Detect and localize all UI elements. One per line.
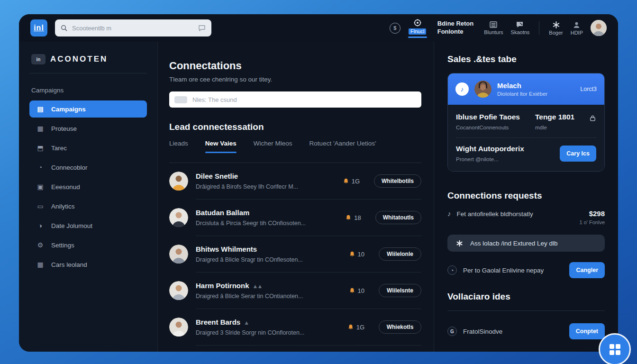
person-icon <box>573 21 581 29</box>
action-col: Wight Autoporderix Pronert @nilote... <box>456 145 524 162</box>
cary-ics-button[interactable]: Cary Ics <box>560 146 596 162</box>
card-action-link[interactable]: Lorct3 <box>580 86 597 92</box>
lead-action-button[interactable]: Wiilelsnte <box>379 284 421 297</box>
avatar <box>169 318 188 337</box>
sidebar-item-anilytics[interactable]: ▭ Anilytics <box>29 198 147 215</box>
bell-icon <box>347 324 354 331</box>
card-stats-row: Ibluse Pofie Taoes CocanontConnenouts Te… <box>456 113 596 130</box>
app-logo[interactable]: inl <box>30 19 47 36</box>
notification-badge: 10 <box>349 251 364 258</box>
badge-count: 1G <box>356 324 364 331</box>
lead-action-button[interactable]: Whitelbotils <box>374 174 421 188</box>
sidebar-item-label: Proteuse <box>51 125 77 132</box>
page-title: Connectations <box>169 60 421 72</box>
badge-count: 10 <box>358 251 364 258</box>
nav-item-lists[interactable]: Blunturs <box>484 21 503 35</box>
action-title: Wight Autoporderix <box>456 145 524 153</box>
promo-bar[interactable]: Ass lolacb /ind Extured Ley dlb <box>447 235 605 252</box>
nav-item-boger[interactable]: Boger <box>549 21 563 36</box>
request-amount: $298 1 o' Fonlve <box>580 209 605 225</box>
lead-action-button[interactable]: Whitatoutls <box>375 211 421 224</box>
topbar-divider <box>539 21 539 35</box>
sidebar-item-label: Date Jolumout <box>51 222 92 229</box>
topbar-search[interactable] <box>55 19 211 36</box>
stat-col-2: Tenge 1801 mdle <box>535 113 574 130</box>
card-action-row: Wight Autoporderix Pronert @nilote... Ca… <box>456 145 596 162</box>
lead-action-button[interactable]: Wiilelonle <box>379 247 421 261</box>
card-person-subtitle: Diololant ltor Exiéber <box>497 91 547 97</box>
nav-active-label: Flnucl <box>409 28 426 35</box>
card-avatar <box>474 81 491 98</box>
topbar: inl $ Flnucl Bdine Reton Fonlonte Bluntu… <box>19 14 618 42</box>
sidebar-item-tarec[interactable]: ⬒ Tarec <box>29 139 147 156</box>
bell-icon <box>343 178 349 185</box>
lead-name: Batudan Ballam <box>196 209 249 217</box>
lead-description: Draigred â Blicle Sragr tin COnflesoten.… <box>196 256 303 263</box>
lead-row[interactable]: Harm Potirnonk▲▲ Draigred â Blicle Serar… <box>169 273 421 309</box>
lead-row[interactable]: Bhitws Whilments Draigred â Blicle Sragr… <box>169 236 421 273</box>
sidebar-item-cars-leoland[interactable]: ▦ Cars leoland <box>29 256 147 273</box>
app-window: inl $ Flnucl Bdine Reton Fonlonte Bluntu… <box>19 14 618 352</box>
sidebar-item-date-jolumout[interactable]: ◑ Date Jolumout <box>29 217 147 234</box>
sidebar-item-label: Tarec <box>51 145 67 152</box>
main-search[interactable] <box>169 91 421 108</box>
notification-badge: 10 <box>349 287 364 294</box>
notification-badge: 1G <box>343 178 360 185</box>
sales-title: Sales .&tes tabe <box>447 54 605 64</box>
bell-icon <box>349 287 355 294</box>
bell-icon <box>349 251 355 258</box>
sidebar-item-campaigns[interactable]: ▤ Campaigns <box>29 100 147 118</box>
notification-badge: 1G <box>347 324 364 331</box>
chevrons-icon: ▲▲ <box>253 283 262 290</box>
action-sub: Pronert @nilote... <box>456 156 524 162</box>
sidebar-item-label: Connecoblor <box>51 164 88 171</box>
conptet-button[interactable]: Conptet <box>569 323 605 339</box>
app-body: in ACONOTEN Campaigns ▤ Campaigns ▦ Prot… <box>19 42 618 352</box>
lead-info: Bhitws Whilments Draigred â Blicle Sragr… <box>196 245 303 263</box>
sidebar-item-eeesonud[interactable]: ▣ Eeesonud <box>29 178 147 195</box>
nav-item-messages[interactable]: Skaotns <box>511 21 530 35</box>
lead-info: Dilee Snetlie Drâigired â Birofs Seey ll… <box>196 172 298 190</box>
clock-circle-icon: ◔ <box>447 265 457 275</box>
tab-rotuect[interactable]: Rotuect 'Aander Uetios' <box>309 140 376 153</box>
promo-text: Ass lolacb /ind Extured Ley dlb <box>470 240 558 247</box>
lead-row[interactable]: Breent Bards▲ Draigred 3 Slride Sorgr ni… <box>169 309 421 346</box>
date-jolumout-icon: ◑ <box>36 222 45 229</box>
note-circle-icon: ♪ <box>455 82 469 96</box>
sidebar-item-label: Eeesonud <box>51 183 80 191</box>
sidebar-item-label: Anilytics <box>51 203 75 210</box>
lead-row[interactable]: Dilee Snetlie Drâigired â Birofs Seey ll… <box>169 163 421 200</box>
sidebar: in ACONOTEN Campaigns ▤ Campaigns ▦ Prot… <box>19 42 158 352</box>
tab-new-vaies[interactable]: New Vaies <box>205 140 237 153</box>
history-icon[interactable]: $ <box>390 23 400 34</box>
profile-line2: Fonlonte <box>437 28 474 36</box>
user-avatar[interactable] <box>591 20 607 36</box>
nav-item-hdip[interactable]: HDIP <box>571 21 583 36</box>
settings-gear-icon: ⚙ <box>36 241 45 249</box>
idea-text: FratolSinodve <box>463 328 569 335</box>
nav-item-active[interactable]: Flnucl <box>408 18 427 38</box>
stat2-title: Tenge 1801 <box>535 113 574 121</box>
main-search-input[interactable] <box>192 96 416 103</box>
sidebar-item-connecoblor[interactable]: ◔ Connecoblor <box>29 159 147 176</box>
lead-row[interactable]: Batudan Ballam Drcisluta & Pircia Seegr … <box>169 200 421 236</box>
sidebar-item-settings[interactable]: ⚙ Settings <box>29 237 147 254</box>
nav-label: Blunturs <box>484 30 503 35</box>
tab-lieads[interactable]: Lieads <box>169 140 188 153</box>
search-icon <box>61 25 68 32</box>
grid-fab-button[interactable] <box>599 333 631 364</box>
topbar-search-input[interactable] <box>72 25 194 32</box>
tab-wicher-mleos[interactable]: Wicher Mleos <box>254 140 292 153</box>
grid-icon <box>610 344 620 355</box>
lead-action-button[interactable]: Whiekotls <box>379 320 421 334</box>
cangler-button[interactable]: Cangler <box>569 262 605 278</box>
chat-bubble-icon[interactable] <box>198 24 206 32</box>
right-panel: Sales .&tes tabe ♪ Melach Diololant ltor… <box>434 42 618 352</box>
stat2-sub: mdle <box>535 125 574 130</box>
sidebar-item-proteuse[interactable]: ▦ Proteuse <box>29 120 147 137</box>
action-row: ◔ Per to Gaolal Enlivine nepay Cangler <box>447 262 605 278</box>
card-dashed-divider <box>456 137 596 138</box>
lead-info: Batudan Ballam Drcisluta & Pircia Seegr … <box>196 209 306 227</box>
proteuse-icon: ▦ <box>36 125 45 132</box>
avatar <box>169 172 188 191</box>
